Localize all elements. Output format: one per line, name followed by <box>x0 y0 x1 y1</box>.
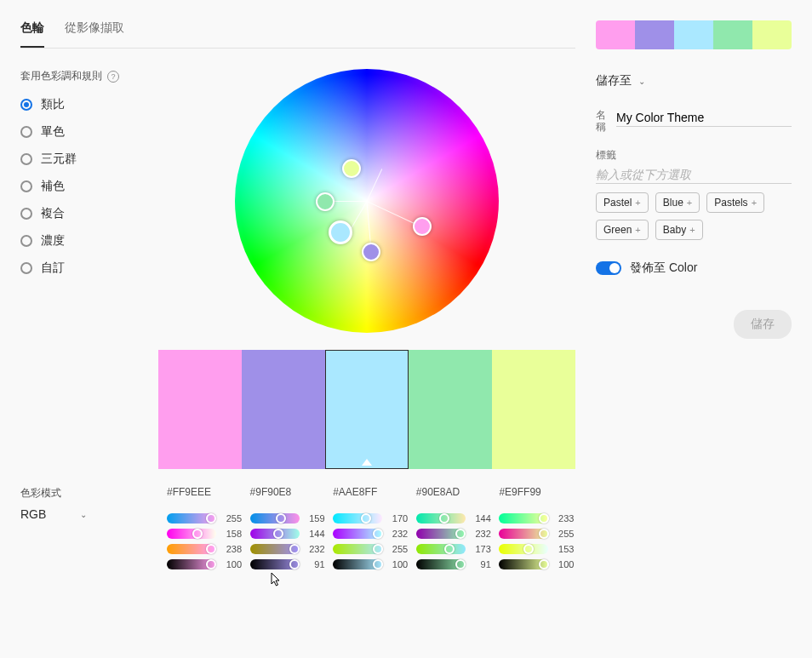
swatch-row <box>158 350 575 469</box>
channel-slider[interactable] <box>167 544 216 554</box>
wheel-handle[interactable] <box>329 220 352 244</box>
channel-slider[interactable] <box>333 544 382 554</box>
save-to-dropdown[interactable]: 儲存至 ⌄ <box>596 73 792 89</box>
slider-value: 100 <box>553 559 574 569</box>
color-wheel[interactable] <box>235 69 499 333</box>
tag-baby[interactable]: Baby+ <box>655 220 703 240</box>
rule-6[interactable]: 自訂 <box>20 260 131 276</box>
wheel-handle[interactable] <box>413 217 432 236</box>
slider-value: 232 <box>387 529 408 539</box>
chevron-down-icon: ⌄ <box>80 510 87 519</box>
slider-value: 255 <box>387 544 408 554</box>
channel-slider[interactable] <box>499 513 548 524</box>
mini-swatches <box>596 20 792 49</box>
slider-value: 173 <box>471 544 491 554</box>
channel-slider[interactable] <box>416 513 466 524</box>
tag-pastel[interactable]: Pastel+ <box>596 192 649 213</box>
hex-label-1[interactable]: #9F90E8 <box>250 486 327 498</box>
radio-icon <box>20 99 32 111</box>
rule-0[interactable]: 類比 <box>20 97 131 112</box>
tab-wheel[interactable]: 色輪 <box>20 20 44 48</box>
slider-value: 100 <box>387 559 408 569</box>
tag-green[interactable]: Green+ <box>596 220 649 240</box>
swatch-4[interactable] <box>492 350 575 469</box>
channel-slider[interactable] <box>499 559 548 569</box>
slider-value: 233 <box>553 513 574 524</box>
publish-toggle[interactable] <box>596 261 621 275</box>
swatch-3[interactable] <box>409 350 492 469</box>
chevron-down-icon: ⌄ <box>638 77 645 86</box>
slider-value: 153 <box>553 544 574 554</box>
mini-swatch-1[interactable] <box>635 20 674 49</box>
radio-icon <box>20 235 32 247</box>
channel-slider[interactable] <box>416 559 466 569</box>
tags-input[interactable] <box>596 166 792 184</box>
radio-icon <box>20 126 32 138</box>
plus-icon: + <box>687 197 692 208</box>
rule-1[interactable]: 單色 <box>20 124 131 140</box>
channel-slider[interactable] <box>416 529 466 539</box>
swatch-1[interactable] <box>242 350 325 469</box>
slider-value: 232 <box>471 529 491 539</box>
slider-value: 170 <box>387 513 408 524</box>
mode-label: 色彩模式 <box>20 486 140 501</box>
tag-blue[interactable]: Blue+ <box>655 192 700 213</box>
tags-label: 標籤 <box>596 149 792 161</box>
hex-label-4[interactable]: #E9FF99 <box>499 486 575 498</box>
slider-value: 144 <box>471 513 491 524</box>
radio-icon <box>20 180 32 192</box>
rule-5[interactable]: 濃度 <box>20 233 131 249</box>
slider-value: 255 <box>553 529 574 539</box>
hex-label-3[interactable]: #90E8AD <box>416 486 493 498</box>
channel-slider[interactable] <box>333 529 382 539</box>
plus-icon: + <box>689 225 695 235</box>
rule-4[interactable]: 複合 <box>20 206 131 221</box>
swatch-0[interactable] <box>158 350 242 469</box>
hex-label-2[interactable]: #AAE8FF <box>333 486 409 498</box>
mini-swatch-4[interactable] <box>752 20 792 49</box>
wheel-handle[interactable] <box>362 243 380 261</box>
channel-slider[interactable] <box>499 544 548 554</box>
mini-swatch-2[interactable] <box>674 20 713 49</box>
radio-icon <box>20 208 32 220</box>
slider-value: 255 <box>221 513 242 524</box>
rules-panel: 套用色彩調和規則 ? 類比單色三元群補色複合濃度自訂 <box>20 69 131 469</box>
sidebar: 儲存至 ⌄ 名稱 標籤 Pastel+Blue+Pastels+Green+Ba… <box>596 0 812 595</box>
plus-icon: + <box>635 225 640 235</box>
mode-select[interactable]: RGB ⌄ <box>20 507 140 521</box>
radio-icon <box>20 262 32 274</box>
channel-slider[interactable] <box>333 559 382 569</box>
tag-pastels[interactable]: Pastels+ <box>706 192 764 213</box>
wheel-handle[interactable] <box>316 192 335 211</box>
channel-slider[interactable] <box>250 559 300 569</box>
channel-slider[interactable] <box>167 559 216 569</box>
channel-slider[interactable] <box>416 544 466 554</box>
name-input[interactable] <box>616 109 792 127</box>
slider-value: 158 <box>221 529 242 539</box>
help-icon[interactable]: ? <box>107 71 119 83</box>
slider-value: 100 <box>221 559 242 569</box>
mini-swatch-3[interactable] <box>713 20 752 49</box>
channel-slider[interactable] <box>499 529 548 539</box>
channel-slider[interactable] <box>333 513 382 524</box>
channel-slider[interactable] <box>250 544 300 554</box>
tabs: 色輪 從影像擷取 <box>20 20 575 49</box>
rule-3[interactable]: 補色 <box>20 179 131 194</box>
wheel-handle[interactable] <box>342 159 361 178</box>
slider-value: 144 <box>305 529 325 539</box>
slider-value: 91 <box>471 559 491 569</box>
slider-value: 232 <box>305 544 325 554</box>
mini-swatch-0[interactable] <box>596 20 635 49</box>
rule-2[interactable]: 三元群 <box>20 152 131 167</box>
channel-slider[interactable] <box>250 513 300 524</box>
channel-slider[interactable] <box>167 513 216 524</box>
rules-title: 套用色彩調和規則 ? <box>20 69 131 83</box>
tab-extract[interactable]: 從影像擷取 <box>65 20 124 48</box>
hex-label-0[interactable]: #FF9EEE <box>167 486 243 498</box>
swatch-2[interactable] <box>325 350 409 469</box>
slider-value: 159 <box>305 513 325 524</box>
channel-slider[interactable] <box>167 529 216 539</box>
plus-icon: + <box>752 197 757 208</box>
channel-slider[interactable] <box>250 529 300 539</box>
save-button[interactable]: 儲存 <box>734 310 792 339</box>
